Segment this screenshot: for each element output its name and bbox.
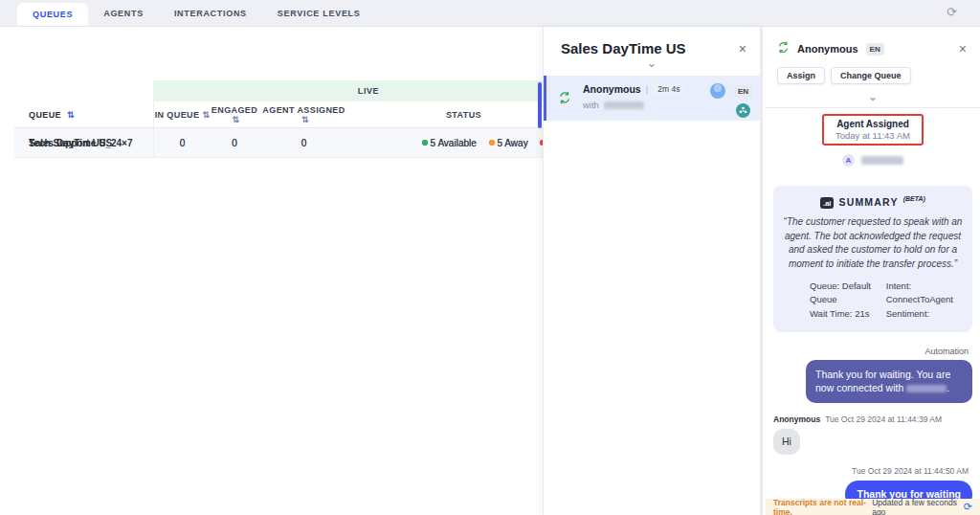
avatar bbox=[710, 83, 725, 99]
transcript-footer: Transcripts are not real-time. Updated a… bbox=[766, 499, 980, 515]
ai-icon: .ai bbox=[820, 197, 834, 209]
customer-message-meta: AnonymousTue Oct 29 2024 at 11:44:39 AM bbox=[773, 414, 972, 424]
with-label: with bbox=[583, 100, 599, 110]
sort-icon[interactable]: ⇅ bbox=[202, 110, 210, 120]
table-row[interactable]: Tech Support US_24×7 0 0 0 5 Available 5… bbox=[14, 128, 584, 158]
contact-center-app: QUEUES AGENTS INTERACTIONS SERVICE LEVEL… bbox=[0, 0, 980, 515]
assigned-agent-row: A bbox=[773, 154, 972, 167]
event-time: Today at 11:43 AM bbox=[835, 130, 910, 141]
queue-name: Tech Support US_24×7 bbox=[14, 138, 153, 148]
change-queue-button[interactable]: Change Queue bbox=[831, 67, 911, 84]
refresh-icon[interactable]: ⟳ bbox=[964, 501, 972, 513]
agent-avatar: A bbox=[842, 154, 855, 167]
summary-fields-right: Intent: ConnectToAgent Sentiment: bbox=[886, 280, 953, 321]
tab-queues[interactable]: QUEUES bbox=[17, 3, 88, 26]
sender-name: Anonymous bbox=[773, 414, 820, 424]
assign-button[interactable]: Assign bbox=[777, 67, 825, 84]
chevron-down-icon[interactable]: ⌄ bbox=[766, 84, 980, 108]
queue-panel-title: Sales DayTime US bbox=[561, 40, 686, 56]
column-header-agent-assigned[interactable]: AGENT ASSIGNED ⇅ bbox=[258, 105, 349, 124]
close-icon[interactable]: × bbox=[739, 42, 746, 56]
summary-fields-left: Queue: Default Queue Wait Time: 21s bbox=[810, 280, 873, 321]
tab-interactions[interactable]: INTERACTIONS bbox=[159, 0, 262, 26]
interaction-list-item[interactable]: Anonymous | 2m 4s with EN bbox=[544, 76, 760, 121]
in-queue-value: 0 bbox=[153, 128, 211, 157]
column-header-queue[interactable]: QUEUE ⇅ bbox=[14, 110, 153, 120]
language-badge: EN bbox=[866, 43, 884, 56]
top-tab-bar: QUEUES AGENTS INTERACTIONS SERVICE LEVEL… bbox=[0, 0, 980, 27]
redacted-agent-name bbox=[604, 101, 644, 109]
contact-name: Anonymous bbox=[797, 43, 858, 55]
chat-channel-icon bbox=[736, 103, 750, 118]
agent-message-bubble: Thank you for waiting bbox=[845, 481, 972, 499]
summary-quote: “The customer requested to speak with an… bbox=[783, 215, 963, 271]
summary-title: SUMMARY bbox=[838, 196, 898, 208]
column-header-in-queue[interactable]: IN QUEUE ⇅ bbox=[153, 101, 211, 127]
available-dot bbox=[422, 140, 428, 146]
beta-label: (BETA) bbox=[903, 195, 925, 202]
close-icon[interactable]: × bbox=[959, 42, 967, 56]
transfer-icon bbox=[777, 40, 790, 57]
ai-summary-card: .ai SUMMARY (BETA) “The customer request… bbox=[773, 186, 972, 332]
automation-message-bubble: Thank you for waiting. You are now conne… bbox=[806, 360, 972, 403]
chat-transcript: Agent Assigned Today at 11:43 AM A .ai S… bbox=[766, 106, 980, 499]
sort-icon[interactable]: ⇅ bbox=[67, 110, 75, 120]
table-header-row: QUEUE ⇅ IN QUEUE ⇅ ENGAGED ⇅ AGENT ASSIG… bbox=[14, 101, 584, 128]
automation-sender-label: Automation bbox=[773, 347, 972, 356]
agent-assigned-event-annotation: Agent Assigned Today at 11:43 AM bbox=[822, 114, 924, 146]
updated-label: Updated a few seconds ago bbox=[872, 498, 960, 515]
transfer-icon bbox=[558, 91, 571, 108]
sort-icon[interactable]: ⇅ bbox=[233, 115, 240, 124]
tab-service-levels[interactable]: SERVICE LEVELS bbox=[262, 0, 376, 26]
transcript-notice: Transcripts are not real-time. bbox=[773, 498, 872, 515]
queue-detail-panel: Sales DayTime US × ⌄ Anonymous | 2m 4s w… bbox=[543, 27, 763, 515]
table-scrollbar[interactable] bbox=[538, 82, 542, 128]
agent-message-meta: Tue Oct 29 2024 at 11:44:50 AM bbox=[773, 466, 972, 476]
duration-badge: 2m 4s bbox=[653, 83, 684, 95]
contact-name: Anonymous bbox=[583, 83, 641, 95]
away-dot bbox=[489, 140, 495, 146]
live-group-header: LIVE bbox=[153, 80, 584, 101]
interaction-detail-panel: Anonymous EN × Assign Change Queue ⌄ Age… bbox=[766, 27, 980, 515]
sort-icon[interactable]: ⇅ bbox=[301, 115, 309, 124]
redacted-agent-name bbox=[906, 385, 947, 392]
separator: | bbox=[646, 84, 649, 95]
customer-message-bubble: Hi bbox=[773, 429, 800, 455]
queues-table: LIVE QUEUE ⇅ IN QUEUE ⇅ ENGAGED ⇅ AGENT … bbox=[0, 27, 584, 276]
timestamp: Tue Oct 29 2024 at 11:44:39 AM bbox=[825, 414, 942, 424]
event-title: Agent Assigned bbox=[835, 119, 910, 129]
tab-agents[interactable]: AGENTS bbox=[88, 0, 159, 26]
chevron-down-icon[interactable]: ⌄ bbox=[544, 58, 760, 68]
engaged-value: 0 bbox=[211, 138, 258, 148]
column-header-engaged[interactable]: ENGAGED ⇅ bbox=[211, 105, 258, 124]
refresh-icon[interactable]: ⟳ bbox=[947, 5, 957, 19]
redacted-agent-name bbox=[861, 156, 903, 165]
language-badge: EN bbox=[734, 85, 752, 98]
agent-assigned-value: 0 bbox=[258, 138, 349, 148]
